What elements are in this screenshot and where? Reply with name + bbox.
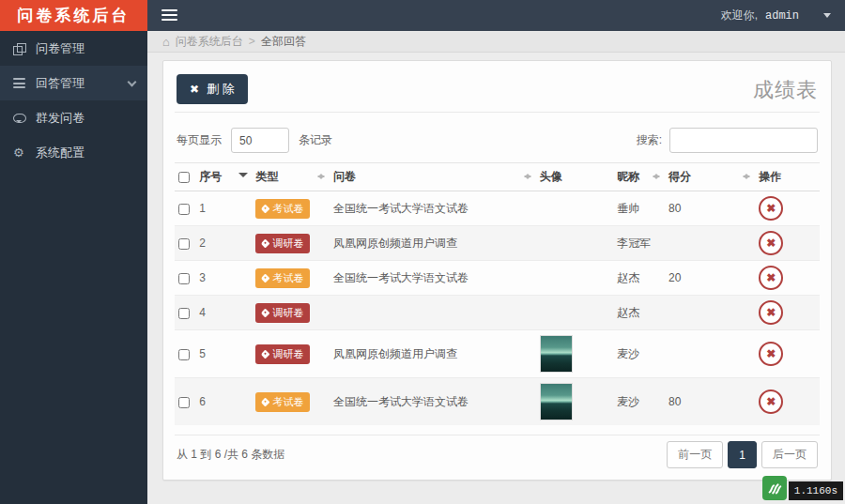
survey-title: 全国统一考试大学语文试卷	[330, 191, 536, 226]
row-number: 2	[199, 237, 206, 250]
row-delete-button[interactable]: ✖	[759, 196, 783, 221]
main-content: ⌂ 问卷系统后台 > 全部回答 ✖ 删 除 成绩表 每页显示 条记录 搜索:	[147, 31, 845, 504]
per-page-input[interactable]	[231, 128, 289, 153]
chevron-down-icon	[823, 13, 831, 18]
type-badge: 调研卷	[255, 234, 310, 253]
row-checkbox[interactable]	[178, 273, 190, 284]
welcome-label: 欢迎你,	[721, 8, 758, 23]
tag-icon	[261, 397, 270, 406]
home-icon[interactable]: ⌂	[162, 36, 170, 48]
nickname: 赵杰	[613, 296, 665, 330]
type-badge: 考试卷	[255, 392, 310, 412]
pagination: 前一页 1 后一页	[667, 441, 818, 468]
sidebar-item-label: 问卷管理	[36, 40, 84, 57]
debug-bar: 1.1160s	[762, 476, 843, 500]
chevron-down-icon	[128, 78, 137, 87]
column-header-nickname[interactable]: 昵称	[613, 163, 665, 191]
table-row: 6 考试卷 全国统一考试大学语文试卷 麦沙 80 ✖	[175, 378, 820, 426]
search-label: 搜索:	[637, 132, 662, 148]
row-checkbox[interactable]	[178, 238, 190, 250]
column-header-action[interactable]: 操作	[755, 163, 820, 191]
nickname: 垂帅	[613, 191, 665, 226]
sort-icon[interactable]	[317, 170, 326, 182]
tag-icon	[261, 349, 270, 359]
sort-icon[interactable]	[743, 170, 751, 182]
delete-button[interactable]: ✖ 删 除	[177, 74, 248, 104]
survey-title	[330, 296, 536, 330]
sort-icon[interactable]	[524, 170, 532, 182]
records-info: 从 1 到 6 /共 6 条数据	[177, 447, 284, 463]
results-table: 序号 类型 问卷 头像 昵称	[175, 162, 820, 425]
nickname: 李冠军	[613, 226, 665, 261]
row-delete-button[interactable]: ✖	[759, 389, 783, 414]
type-badge: 调研卷	[255, 303, 310, 323]
select-all-checkbox[interactable]	[178, 172, 190, 183]
survey-title: 全国统一考试大学语文试卷	[330, 261, 536, 296]
row-delete-button[interactable]: ✖	[759, 342, 783, 366]
sidebar-toggle-icon[interactable]	[161, 9, 177, 22]
top-navbar: 欢迎你, admin	[147, 0, 845, 31]
per-page-prefix-label: 每页显示	[177, 132, 222, 148]
breadcrumb-separator: >	[249, 35, 255, 48]
type-badge: 考试卷	[255, 268, 310, 288]
table-row: 1 考试卷 全国统一考试大学语文试卷 垂帅 80 ✖	[175, 191, 820, 226]
username: admin	[765, 9, 799, 23]
sidebar-item-survey-management[interactable]: 问卷管理	[0, 31, 147, 66]
row-checkbox[interactable]	[178, 308, 190, 319]
row-delete-button[interactable]: ✖	[759, 231, 783, 255]
row-checkbox[interactable]	[178, 349, 190, 360]
survey-title: 凤凰网原创频道用户调查	[330, 330, 536, 378]
table-row: 5 调研卷 凤凰网原创频道用户调查 麦沙 ✖	[175, 330, 820, 378]
table-row: 2 调研卷 凤凰网原创频道用户调查 李冠军 ✖	[175, 226, 820, 261]
panel-header: ✖ 删 除 成绩表	[175, 72, 820, 113]
sort-icon[interactable]	[653, 170, 661, 182]
row-checkbox[interactable]	[178, 204, 190, 215]
page-1-button[interactable]: 1	[728, 441, 757, 468]
nickname: 麦沙	[613, 378, 665, 426]
score: 80	[665, 191, 755, 226]
table-row: 3 考试卷 全国统一考试大学语文试卷 赵杰 20 ✖	[175, 261, 820, 296]
table-header-row: 序号 类型 问卷 头像 昵称	[175, 163, 820, 191]
tag-icon	[261, 204, 270, 213]
sort-desc-icon[interactable]	[238, 173, 248, 182]
column-header-survey[interactable]: 问卷	[330, 163, 536, 191]
table-footer: 从 1 到 6 /共 6 条数据 前一页 1 后一页	[175, 435, 820, 470]
score: 80	[665, 378, 755, 426]
type-badge: 调研卷	[255, 344, 310, 364]
breadcrumb: ⌂ 问卷系统后台 > 全部回答	[147, 31, 845, 53]
column-header-score[interactable]: 得分	[665, 163, 755, 191]
table-controls: 每页显示 条记录 搜索:	[177, 128, 818, 153]
copy-icon	[13, 43, 36, 54]
row-number: 3	[199, 271, 206, 284]
tag-icon	[261, 273, 270, 283]
sidebar-item-label: 群发问卷	[36, 110, 84, 127]
column-header-type[interactable]: 类型	[252, 163, 329, 191]
delete-button-label: 删 除	[207, 81, 235, 98]
thinkphp-debug-icon[interactable]	[762, 476, 787, 500]
cogs-icon: ⚙	[13, 146, 36, 159]
row-number: 5	[199, 347, 206, 360]
survey-title: 凤凰网原创频道用户调查	[330, 226, 536, 261]
score	[665, 330, 755, 378]
column-header-num[interactable]: 序号	[175, 163, 252, 191]
breadcrumb-current: 全部回答	[261, 34, 306, 50]
next-page-button[interactable]: 后一页	[761, 441, 818, 468]
tag-icon	[261, 308, 270, 317]
x-icon: ✖	[190, 83, 199, 96]
sidebar-item-system-config[interactable]: ⚙ 系统配置	[0, 135, 147, 170]
breadcrumb-root[interactable]: 问卷系统后台	[176, 34, 243, 50]
user-menu[interactable]: 欢迎你, admin	[721, 8, 831, 23]
list-icon	[13, 78, 36, 88]
row-checkbox[interactable]	[178, 397, 190, 408]
search-input[interactable]	[669, 128, 818, 153]
topbar: 问卷系统后台 欢迎你, admin	[0, 0, 845, 31]
row-number: 6	[199, 395, 206, 408]
nickname: 赵杰	[613, 261, 665, 296]
sidebar-item-mass-send[interactable]: 群发问卷	[0, 100, 147, 135]
sidebar-item-answer-management[interactable]: 回答管理	[0, 66, 147, 100]
row-delete-button[interactable]: ✖	[759, 266, 783, 290]
sidebar-item-label: 系统配置	[36, 145, 84, 161]
column-header-avatar[interactable]: 头像	[536, 163, 613, 191]
prev-page-button[interactable]: 前一页	[667, 441, 723, 468]
row-delete-button[interactable]: ✖	[759, 300, 783, 325]
